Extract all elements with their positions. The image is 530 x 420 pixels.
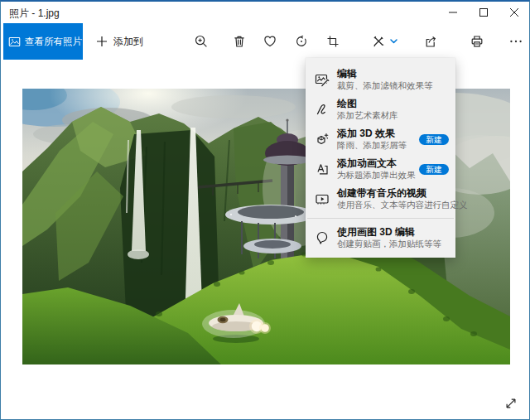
crop-button[interactable] <box>320 28 346 55</box>
menu-item-subtitle: 降雨、添加彩屑等 <box>337 140 407 151</box>
fullscreen-icon <box>504 397 518 410</box>
chevron-down-icon <box>390 39 398 44</box>
edit-photo-icon <box>314 71 330 88</box>
menu-item-subtitle: 添加艺术素材库 <box>337 110 398 121</box>
menu-item-subtitle: 创建剪贴画，添加贴纸等等 <box>337 239 441 249</box>
view-all-photos-label: 查看所有照片 <box>25 36 82 48</box>
close-icon <box>510 8 518 17</box>
menu-item-animated-text[interactable]: 添加动画文本 为标题添加弹出效果 新建 <box>306 154 455 184</box>
minimize-button[interactable] <box>437 2 468 23</box>
see-more-button[interactable] <box>503 28 529 55</box>
print-button[interactable] <box>464 28 490 55</box>
close-button[interactable] <box>499 2 529 23</box>
crop-icon <box>325 34 340 49</box>
menu-item-title: 创建带有音乐的视频 <box>337 187 449 200</box>
3d-effects-icon <box>314 131 330 147</box>
see-more-icon <box>508 34 523 49</box>
share-icon <box>423 34 438 49</box>
plus-icon <box>96 36 108 47</box>
zoom-in-icon <box>194 34 209 49</box>
share-button[interactable] <box>417 28 444 55</box>
photos-app-window: 照片 - 1.jpg 查看所有照片 添加到 <box>0 0 530 420</box>
rotate-icon <box>294 34 309 49</box>
zoom-button[interactable] <box>188 28 214 55</box>
menu-item-title: 使用画图 3D 编辑 <box>337 226 441 239</box>
paint3d-icon <box>314 229 330 246</box>
menu-item-paint3d-edit[interactable]: 使用画图 3D 编辑 创建剪贴画，添加贴纸等等 <box>306 223 455 253</box>
menu-item-edit[interactable]: 编辑 裁剪、添加滤镜和效果等 <box>306 65 455 94</box>
add-to-label: 添加到 <box>113 35 143 49</box>
add-to-button[interactable]: 添加到 <box>89 23 150 60</box>
rotate-button[interactable] <box>288 28 315 55</box>
photos-icon <box>8 36 21 48</box>
window-title: 照片 - 1.jpg <box>9 7 60 21</box>
menu-item-3d-effects[interactable]: 添加 3D 效果 降雨、添加彩屑等 新建 <box>306 124 455 154</box>
menu-item-video-with-music[interactable]: 创建带有音乐的视频 使用音乐、文本等内容进行自定义 <box>306 184 455 214</box>
view-all-photos-button[interactable]: 查看所有照片 <box>3 23 83 60</box>
video-music-icon <box>314 191 330 207</box>
delete-icon <box>232 34 247 49</box>
new-badge: 新建 <box>419 134 449 145</box>
maximize-button[interactable] <box>468 2 499 23</box>
draw-icon <box>314 101 330 118</box>
minimize-icon <box>449 8 457 17</box>
favorite-button[interactable] <box>257 28 283 55</box>
menu-item-subtitle: 为标题添加弹出效果 <box>337 170 412 181</box>
edit-create-menu: 编辑 裁剪、添加滤镜和效果等 绘图 添加艺术素材库 <box>306 58 455 258</box>
title-bar[interactable]: 照片 - 1.jpg <box>1 2 529 23</box>
edit-create-icon <box>371 34 386 49</box>
fullscreen-button[interactable] <box>499 391 523 416</box>
edit-create-button[interactable] <box>364 28 404 55</box>
delete-button[interactable] <box>226 28 253 55</box>
menu-item-subtitle: 裁剪、添加滤镜和效果等 <box>337 80 433 91</box>
maximize-icon <box>479 8 488 17</box>
menu-item-title: 添加 3D 效果 <box>337 128 407 140</box>
menu-item-title: 编辑 <box>337 68 433 80</box>
menu-item-subtitle: 使用音乐、文本等内容进行自定义 <box>337 200 449 210</box>
menu-divider <box>307 218 454 219</box>
animated-text-icon <box>314 161 330 177</box>
menu-item-title: 添加动画文本 <box>337 157 412 170</box>
menu-item-draw[interactable]: 绘图 添加艺术素材库 <box>306 94 455 124</box>
command-bar: 查看所有照片 添加到 <box>2 23 529 60</box>
menu-item-title: 绘图 <box>337 98 398 110</box>
favorite-icon <box>263 34 277 49</box>
new-badge: 新建 <box>419 164 449 175</box>
print-icon <box>470 34 484 49</box>
